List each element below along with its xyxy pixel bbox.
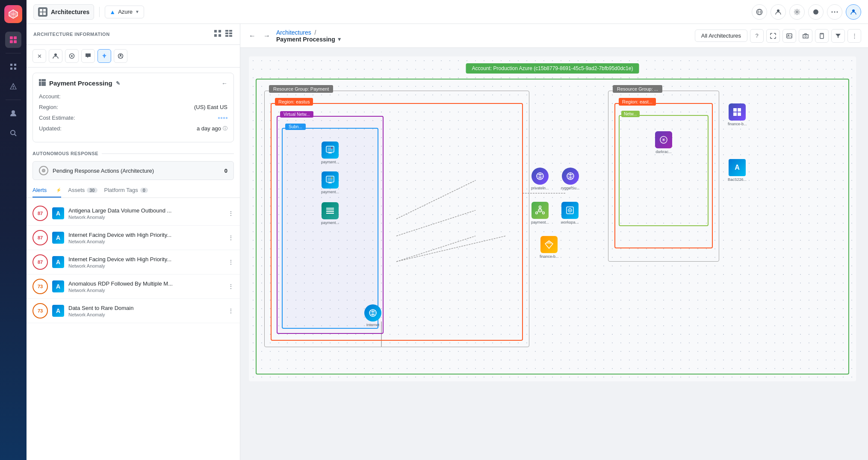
clipboard-button[interactable] [815, 29, 829, 43]
svg-rect-80 [738, 112, 741, 116]
svg-rect-60 [326, 209, 334, 210]
alert-more-btn-1[interactable]: ⋮ [228, 210, 234, 217]
alert-more-btn-3[interactable]: ⋮ [228, 259, 234, 265]
nav-dashboard-icon[interactable] [5, 32, 21, 48]
node-payment-vm-1[interactable]: payment... [321, 142, 339, 164]
alert-more-btn-4[interactable]: ⋮ [228, 283, 234, 290]
filter-button[interactable] [831, 29, 845, 43]
canvas-back-button[interactable]: ← [247, 30, 257, 41]
finance-icon [540, 236, 558, 253]
tab-alerts-label: Alerts [32, 187, 47, 193]
cloud-provider-button[interactable]: ▲ Azure ▼ [105, 6, 144, 18]
alert-content-5: Data Sent to Rare Domain Network Anomaly [68, 305, 224, 317]
svg-rect-79 [733, 112, 737, 116]
alert-more-btn-2[interactable]: ⋮ [228, 234, 234, 241]
svg-rect-22 [229, 30, 232, 32]
info-icon: ⓘ [223, 125, 227, 132]
nav-search-icon[interactable] [5, 125, 21, 141]
pending-actions-bar[interactable]: Pending Response Actions (Architecture) … [32, 161, 234, 180]
node-finance-center[interactable]: finance-b... [540, 236, 559, 259]
nav-alert-icon[interactable] [5, 78, 21, 94]
tab-assets[interactable]: Assets 30 [68, 187, 97, 198]
svg-rect-32 [39, 79, 41, 81]
grid-view-icon[interactable] [213, 29, 222, 39]
autonomous-response-section: AUTONOMOUS RESPONSE [27, 147, 240, 159]
image-button[interactable] [782, 29, 796, 43]
nav-person-icon[interactable] [5, 105, 21, 121]
more-options-button[interactable]: ⋮ [847, 29, 861, 43]
profile-button[interactable] [846, 4, 861, 20]
arch-field-account: Account: [39, 93, 227, 100]
svg-point-45 [805, 35, 806, 37]
user-button[interactable] [771, 4, 786, 20]
nav-grid-icon[interactable] [5, 59, 21, 75]
alert-item-3[interactable]: 87 A Internet Facing Device with High Pr… [27, 250, 240, 274]
pin-button[interactable] [97, 49, 111, 63]
user-circle-button[interactable] [114, 49, 127, 63]
node-darktrace[interactable]: darkrac... [655, 131, 672, 154]
theme-button[interactable] [808, 4, 824, 20]
region-box-2: Region: east... Netw... darkrac... [614, 103, 713, 248]
svg-point-16 [852, 9, 855, 12]
alert-item-2[interactable]: 87 A Internet Facing Device with High Pr… [27, 226, 240, 250]
node-dns-1[interactable]: privateln... [531, 168, 549, 190]
svg-rect-77 [733, 108, 737, 112]
svg-point-12 [796, 11, 798, 13]
alert-more-btn-5[interactable]: ⋮ [228, 307, 234, 314]
svg-point-55 [331, 147, 333, 149]
right-canvas: ← → Architectures / Payment Processing ▼… [240, 24, 868, 460]
node-internet[interactable]: Internet [364, 304, 381, 327]
node-azure-right[interactable]: A BacS226... [728, 159, 747, 182]
tab-platform-tags[interactable]: Platform Tags 0 [104, 187, 148, 198]
node-payment-vm-2[interactable]: payment... [321, 171, 339, 194]
node-dns-2[interactable]: ryggefSu... [561, 168, 580, 190]
diagram-area[interactable]: Account: Production Azure (c15b8779-8691… [240, 48, 868, 460]
app-logo[interactable] [4, 5, 22, 23]
node-finance-right[interactable]: finance-b... [728, 103, 747, 126]
region-1-label: Region: eastus [275, 98, 313, 106]
comment-button[interactable] [81, 49, 95, 63]
arch-logo-icon [38, 7, 47, 17]
breadcrumb-parent[interactable]: Architectures [276, 29, 311, 36]
fit-button[interactable] [766, 29, 780, 43]
alert-title-4: Anomalous RDP Followed By Multiple M... [68, 280, 224, 287]
help-button[interactable]: ? [750, 29, 764, 43]
netw-label: Netw... [621, 111, 640, 117]
svg-rect-33 [41, 79, 44, 81]
azure-logo-icon: A [729, 159, 746, 176]
node-payment-network[interactable]: payment... [531, 202, 549, 224]
globe-button[interactable] [752, 4, 767, 20]
alert-item-4[interactable]: 73 A Anomalous RDP Followed By Multiple … [27, 274, 240, 299]
tab-alerts[interactable]: Alerts ⚡ [32, 187, 61, 198]
svg-point-15 [837, 11, 838, 12]
arch-info-title: Payment Processing ✎ [39, 79, 120, 87]
node-payment-table[interactable]: payment... [321, 202, 339, 225]
subnet-box: Subn... payment... [282, 128, 378, 329]
close-button[interactable]: ✕ [32, 49, 46, 63]
camera-button[interactable] [799, 29, 812, 43]
settings-button[interactable] [789, 4, 805, 20]
list-view-icon[interactable] [224, 29, 233, 39]
autonomous-response-label: AUTONOMOUS RESPONSE [32, 151, 98, 156]
node-dns-2-label: ryggefSu... [561, 186, 580, 190]
arch-edit-icon[interactable]: ✎ [116, 80, 120, 86]
alert-item-5[interactable]: 73 A Data Sent to Rare Domain Network An… [27, 299, 240, 323]
all-architectures-button[interactable]: All Architectures [695, 29, 747, 42]
svg-rect-62 [326, 213, 334, 214]
circle-button[interactable] [65, 49, 79, 63]
person-button[interactable] [49, 49, 62, 63]
more-button[interactable] [827, 4, 842, 20]
svg-rect-39 [41, 84, 44, 86]
alert-content-3: Internet Facing Device with High Priorit… [68, 256, 224, 268]
arch-updated-value: a day ago ⓘ [197, 125, 227, 132]
node-workspace[interactable]: workspa... [561, 202, 579, 224]
svg-point-29 [71, 55, 73, 57]
architectures-button[interactable]: Architectures [33, 4, 94, 20]
node-workspace-label: workspa... [561, 220, 579, 224]
alert-item-1[interactable]: 87 A Antigena Large Data Volume Outbound… [27, 201, 240, 226]
pending-text: Pending Response Actions (Architecture) [53, 168, 220, 174]
arch-back-button[interactable]: ← [221, 80, 227, 87]
breadcrumb-dropdown-icon[interactable]: ▼ [337, 36, 342, 42]
svg-rect-8 [40, 12, 42, 15]
canvas-forward-button[interactable]: → [262, 30, 272, 41]
